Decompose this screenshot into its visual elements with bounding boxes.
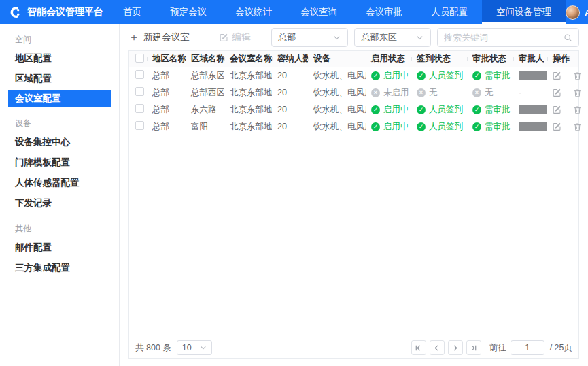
sidebar-item[interactable]: 人体传感器配置 xyxy=(0,173,119,192)
cell-actions xyxy=(547,71,582,80)
sidebar-section-label: 其他 xyxy=(0,223,119,236)
sidebar-section: 设备设备集控中心门牌模板配置人体传感器配置下发记录 xyxy=(0,118,119,212)
edit-icon xyxy=(553,88,561,97)
user-menu[interactable]: Admin ▼ xyxy=(566,0,588,24)
sidebar-item[interactable]: 会议室配置 xyxy=(8,90,111,107)
main-content: ＋ 新建会议室 编辑 总部 总部东区 xyxy=(120,24,588,366)
status-label: 人员签到 xyxy=(429,104,463,116)
status-off-icon: × xyxy=(417,88,426,97)
chevron-down-icon xyxy=(200,344,207,351)
cell-approval-status: ✓需审批 xyxy=(467,104,513,116)
nav-item[interactable]: 会议审批 xyxy=(351,0,417,24)
cell-region: 总部 xyxy=(147,70,186,82)
area-select[interactable]: 总部东区 xyxy=(354,28,431,47)
status-label: 启用中 xyxy=(383,104,409,116)
sidebar-item[interactable]: 三方集成配置 xyxy=(0,259,119,277)
cell-checkin-status: ✓人员签到 xyxy=(411,70,467,82)
status-ok-icon: ✓ xyxy=(472,122,481,131)
plus-icon: ＋ xyxy=(128,32,139,43)
next-page-button[interactable] xyxy=(448,340,463,355)
goto-page-input[interactable] xyxy=(511,340,544,355)
prev-page-button[interactable] xyxy=(430,340,445,355)
row-checkbox[interactable] xyxy=(135,70,144,79)
status-badge: ✓人员签到 xyxy=(417,121,467,133)
row-delete-button[interactable] xyxy=(573,71,582,80)
cell-approver xyxy=(513,122,547,131)
status-ok-icon: ✓ xyxy=(472,105,481,114)
nav-item[interactable]: 人员配置 xyxy=(417,0,482,24)
last-page-button[interactable] xyxy=(466,340,481,355)
user-avatar[interactable] xyxy=(566,5,580,20)
status-ok-icon: ✓ xyxy=(371,105,380,114)
header-cell: 地区名称 xyxy=(147,53,186,65)
edit-icon xyxy=(553,71,561,80)
row-delete-button[interactable] xyxy=(573,88,582,97)
header-cell: 审批人 xyxy=(513,53,547,65)
cell-approver xyxy=(513,71,547,80)
row-edit-button[interactable] xyxy=(553,71,561,80)
nav-item[interactable]: 首页 xyxy=(109,0,156,24)
table-body: 总部总部东区北京东部地区20饮水机、电风扇✓启用中✓人员签到✓需审批总部总部西区… xyxy=(129,67,578,135)
trash-icon xyxy=(573,105,582,114)
status-badge: ×未启用 xyxy=(371,87,411,99)
page-size-select[interactable]: 10 xyxy=(177,340,212,355)
nav-item[interactable]: 空间设备管理 xyxy=(482,0,566,24)
nav-item[interactable]: 预定会议 xyxy=(156,0,221,24)
status-ok-icon: ✓ xyxy=(417,71,426,80)
status-ok-icon: ✓ xyxy=(371,71,380,80)
row-delete-button[interactable] xyxy=(573,105,582,114)
row-checkbox[interactable] xyxy=(135,121,144,130)
status-badge: ✓人员签到 xyxy=(417,104,467,116)
region-select[interactable]: 总部 xyxy=(271,28,348,47)
status-off-icon: × xyxy=(371,88,380,97)
cell-area: 总部东区 xyxy=(186,70,224,82)
status-label: 无 xyxy=(429,87,438,99)
row-checkbox[interactable] xyxy=(135,104,144,113)
first-page-button[interactable] xyxy=(411,340,426,355)
table-header: 地区名称区域名称会议室名称容纳人数设备启用状态签到状态审批状态审批人操作 xyxy=(129,51,578,67)
status-ok-icon: ✓ xyxy=(417,122,426,131)
row-checkbox-cell xyxy=(129,104,147,115)
cell-capacity: 20 xyxy=(272,88,308,97)
row-edit-button[interactable] xyxy=(553,105,561,114)
table-row: 总部总部西区北京东部地区20饮水机、电风扇×未启用×无×无- xyxy=(129,84,578,101)
nav-item[interactable]: 会议查询 xyxy=(286,0,351,24)
edit-icon xyxy=(553,105,561,114)
cell-enable-status: ✓启用中 xyxy=(366,70,411,82)
edit-icon xyxy=(553,122,561,131)
cell-devices: 饮水机、电风扇 xyxy=(308,70,366,82)
row-checkbox[interactable] xyxy=(135,87,144,96)
sidebar-item[interactable]: 邮件配置 xyxy=(0,238,119,256)
cell-checkin-status: ✓人员签到 xyxy=(411,121,467,133)
status-label: 人员签到 xyxy=(429,121,463,133)
sidebar-item[interactable]: 门牌模板配置 xyxy=(0,153,119,171)
cell-approval-status: ×无 xyxy=(467,87,513,99)
sidebar-item[interactable]: 区域配置 xyxy=(0,69,119,88)
cell-enable-status: ✓启用中 xyxy=(366,104,411,116)
approver-redacted-block xyxy=(519,71,547,80)
search-box xyxy=(437,28,579,47)
row-delete-button[interactable] xyxy=(573,122,582,131)
cell-capacity: 20 xyxy=(272,105,308,114)
row-edit-button[interactable] xyxy=(553,88,561,97)
cell-approval-status: ✓需审批 xyxy=(467,70,513,82)
sidebar-item[interactable]: 设备集控中心 xyxy=(0,133,119,151)
table-row: 总部总部东区北京东部地区20饮水机、电风扇✓启用中✓人员签到✓需审批 xyxy=(129,67,578,84)
sidebar-item[interactable]: 地区配置 xyxy=(0,49,119,67)
nav-item[interactable]: 会议统计 xyxy=(221,0,286,24)
cell-capacity: 20 xyxy=(272,122,308,131)
brand: 智能会议管理平台 xyxy=(0,0,109,24)
pagination-bar: 共 800 条 10 xyxy=(129,337,578,358)
app-title: 智能会议管理平台 xyxy=(27,6,103,18)
sidebar-section-label: 设备 xyxy=(0,118,119,131)
status-off-icon: × xyxy=(472,88,481,97)
search-input[interactable] xyxy=(444,33,564,43)
sidebar-item[interactable]: 下发记录 xyxy=(0,194,119,212)
cell-approver: - xyxy=(513,88,547,97)
row-edit-button[interactable] xyxy=(553,122,561,131)
edit-button[interactable]: 编辑 xyxy=(220,31,251,44)
new-meeting-room-button[interactable]: ＋ 新建会议室 xyxy=(128,31,190,44)
select-all-checkbox[interactable] xyxy=(135,54,144,63)
status-badge: ✓启用中 xyxy=(371,104,411,116)
search-icon[interactable] xyxy=(564,33,572,42)
